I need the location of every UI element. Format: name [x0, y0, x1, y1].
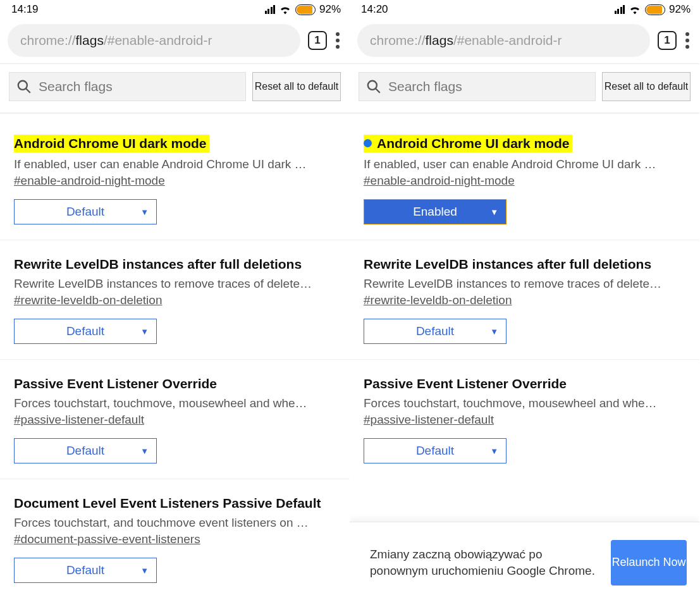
relaunch-message: Zmiany zaczną obowiązywać po ponownym ur…: [370, 546, 599, 579]
battery-percent: 92%: [669, 3, 691, 16]
flag-entry: Rewrite LevelDB instances after full del…: [350, 240, 699, 344]
flag-dropdown[interactable]: Default▼: [14, 199, 157, 224]
search-input[interactable]: [39, 79, 239, 94]
statusbar: 14:20 92%: [350, 0, 699, 19]
flag-entry: Passive Event Listener OverrideForces to…: [350, 359, 699, 463]
tab-switcher[interactable]: 1: [658, 31, 677, 50]
flag-dropdown-value: Default: [416, 444, 454, 458]
url-host: flags: [426, 33, 453, 48]
flag-dropdown-value: Enabled: [413, 205, 457, 219]
chevron-down-icon: ▼: [140, 446, 149, 456]
flag-entry: Document Level Event Listeners Passive D…: [0, 479, 350, 583]
svg-point-0: [18, 81, 27, 90]
chevron-down-icon: ▼: [490, 446, 498, 456]
clock: 14:20: [361, 3, 388, 16]
svg-line-1: [26, 89, 30, 93]
wifi-icon: [279, 4, 292, 15]
flag-title: Passive Event Listener Override: [364, 376, 567, 391]
flags-header: Reset all to default: [0, 64, 350, 113]
chrome-toolbar: chrome://flags/#enable-android-r 1: [0, 19, 350, 63]
relaunch-button[interactable]: Relaunch Now: [611, 540, 687, 586]
flag-title: Android Chrome UI dark mode: [14, 135, 208, 152]
search-icon: [16, 78, 32, 95]
flag-hash-link[interactable]: #enable-android-night-mode: [364, 174, 685, 188]
screenshot-right: 14:20 92% chrome://flags/#enable-android…: [350, 0, 699, 607]
flag-description: Rewrite LevelDB instances to remove trac…: [364, 277, 685, 291]
flag-dropdown[interactable]: Default▼: [14, 438, 157, 463]
svg-line-3: [376, 89, 380, 93]
status-icons: 92%: [615, 3, 691, 16]
flag-title: Passive Event Listener Override: [14, 376, 217, 391]
flag-dropdown[interactable]: Default▼: [364, 319, 507, 344]
flag-dropdown[interactable]: Default▼: [14, 319, 157, 344]
flag-hash-link[interactable]: #document-passive-event-listeners: [14, 532, 336, 546]
flag-title: Document Level Event Listeners Passive D…: [14, 496, 321, 511]
battery-icon: [645, 4, 665, 15]
flag-hash-link[interactable]: #passive-listener-default: [14, 413, 336, 427]
flag-hash-link[interactable]: #passive-listener-default: [364, 413, 685, 427]
flag-entry: Rewrite LevelDB instances after full del…: [0, 240, 350, 344]
flag-hash-link[interactable]: #rewrite-leveldb-on-deletion: [364, 293, 685, 307]
url-host: flags: [76, 33, 104, 48]
signal-icon: [265, 5, 275, 14]
url-post: /#enable-android-r: [453, 33, 562, 48]
flags-list: Android Chrome UI dark modeIf enabled, u…: [0, 113, 350, 598]
flag-description: Rewrite LevelDB instances to remove trac…: [14, 277, 336, 291]
flag-dropdown-value: Default: [66, 563, 104, 577]
flag-hash-link[interactable]: #rewrite-leveldb-on-deletion: [14, 293, 336, 307]
flag-dropdown-value: Default: [416, 324, 454, 338]
flag-description: If enabled, user can enable Android Chro…: [14, 157, 336, 171]
reset-all-button[interactable]: Reset all to default: [602, 72, 691, 101]
flags-list: Android Chrome UI dark modeIf enabled, u…: [350, 113, 699, 479]
search-flags[interactable]: [359, 72, 596, 101]
relaunch-bar: Zmiany zaczną obowiązywać po ponownym ur…: [350, 522, 699, 607]
flag-entry: Android Chrome UI dark modeIf enabled, u…: [350, 117, 699, 224]
menu-icon[interactable]: [684, 32, 693, 49]
flag-hash-link[interactable]: #enable-android-night-mode: [14, 174, 336, 188]
status-icons: 92%: [265, 3, 341, 16]
statusbar: 14:19 92%: [0, 0, 350, 19]
flag-description: Forces touchstart, touchmove, mousewheel…: [364, 396, 685, 410]
chevron-down-icon: ▼: [490, 327, 498, 336]
flag-entry: Android Chrome UI dark modeIf enabled, u…: [0, 117, 350, 224]
url-bar[interactable]: chrome://flags/#enable-android-r: [357, 24, 650, 57]
flag-description: Forces touchstart, and touchmove event l…: [14, 516, 336, 530]
battery-icon: [295, 4, 316, 15]
url-bar[interactable]: chrome://flags/#enable-android-r: [8, 24, 300, 57]
wifi-icon: [629, 4, 641, 15]
search-input[interactable]: [388, 79, 589, 94]
url-pre: chrome://: [370, 33, 426, 48]
url-post: /#enable-android-r: [104, 33, 212, 48]
signal-icon: [615, 5, 625, 14]
flag-title: Android Chrome UI dark mode: [377, 135, 571, 152]
tab-switcher[interactable]: 1: [308, 31, 327, 50]
chrome-toolbar: chrome://flags/#enable-android-r 1: [350, 19, 699, 63]
flag-dropdown-value: Default: [66, 324, 104, 338]
clock: 14:19: [11, 3, 39, 16]
menu-icon[interactable]: [335, 32, 343, 49]
flag-dropdown-value: Default: [66, 205, 104, 219]
flag-description: Forces touchstart, touchmove, mousewheel…: [14, 396, 336, 410]
flag-dropdown[interactable]: Default▼: [14, 558, 157, 583]
reset-all-button[interactable]: Reset all to default: [252, 72, 341, 101]
flag-title: Rewrite LevelDB instances after full del…: [14, 257, 302, 272]
chevron-down-icon: ▼: [490, 207, 498, 217]
search-flags[interactable]: [9, 72, 246, 101]
chevron-down-icon: ▼: [140, 566, 149, 575]
flag-entry: Passive Event Listener OverrideForces to…: [0, 359, 350, 463]
flags-header: Reset all to default: [350, 64, 699, 113]
flag-description: If enabled, user can enable Android Chro…: [364, 157, 685, 171]
flag-title: Rewrite LevelDB instances after full del…: [364, 257, 651, 272]
flag-dropdown[interactable]: Default▼: [364, 438, 507, 463]
chevron-down-icon: ▼: [140, 207, 149, 217]
battery-percent: 92%: [319, 3, 341, 16]
search-icon: [365, 78, 382, 95]
svg-point-2: [368, 81, 377, 90]
flag-dropdown[interactable]: Enabled▼: [364, 199, 507, 224]
changed-indicator-icon: [364, 139, 372, 147]
flag-dropdown-value: Default: [66, 444, 104, 458]
screenshot-left: 14:19 92% chrome://flags/#enable-android…: [0, 0, 350, 607]
url-pre: chrome://: [20, 33, 76, 48]
chevron-down-icon: ▼: [140, 327, 149, 336]
